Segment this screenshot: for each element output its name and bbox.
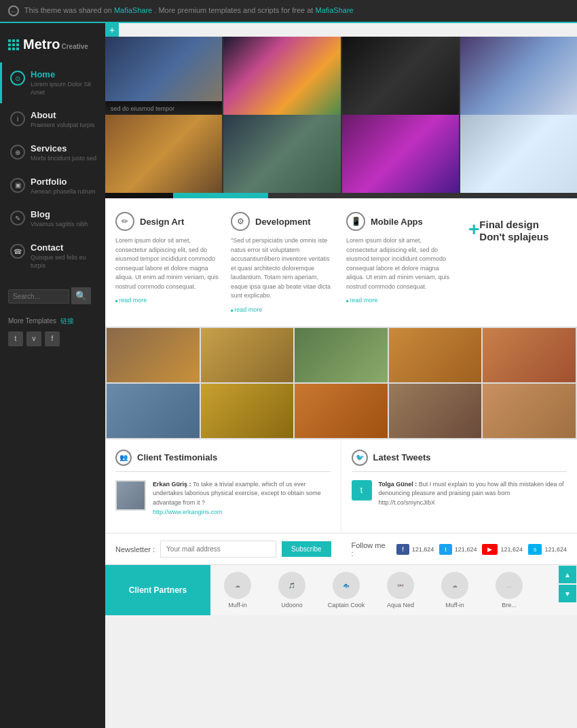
portfolio-item-5[interactable] — [483, 328, 576, 382]
search-button[interactable]: 🔍 — [71, 287, 91, 304]
portfolio-item-9[interactable] — [389, 384, 482, 438]
tweet-text-1: Tolga Günel : But I must explain to you … — [379, 480, 567, 508]
top-bar-link1[interactable]: MafiaShare — [114, 6, 152, 14]
search-input[interactable] — [8, 289, 69, 304]
vimeo-sidebar-icon[interactable]: v — [26, 331, 41, 346]
portfolio-item-7[interactable] — [201, 384, 294, 438]
facebook-icon[interactable]: f — [396, 544, 409, 555]
nav-title-about: About — [31, 110, 95, 120]
pb-teal — [173, 193, 268, 198]
partners-prev-button[interactable]: ▲ — [559, 566, 576, 583]
tweet-bird-icon: t — [352, 480, 372, 500]
youtube-icon[interactable]: ▶ — [482, 544, 498, 555]
service-icon-row-mob: 📱 Mobile Apps — [346, 212, 451, 231]
nav-sub-home: Lorem ipsum Dolor Sit Amet — [31, 81, 97, 96]
testi-link-1[interactable]: http://www.erkangiris.com — [153, 509, 223, 515]
sidebar-item-blog[interactable]: ✎ Blog Vivamus sagittis nibh — [0, 202, 105, 236]
testimonials-title: Client Testimonials — [137, 452, 217, 462]
partner-circle-3: 🐟 — [333, 572, 360, 599]
tweets-title-row: 🐦 Latest Tweets — [352, 450, 567, 472]
pb-dark — [268, 193, 577, 198]
nav-sub-services: Morbi tincidunt justo sed — [31, 155, 96, 163]
twitter-sidebar-icon[interactable]: t — [8, 331, 23, 346]
gallery-item-2[interactable] — [223, 37, 340, 115]
read-more-mob[interactable]: read more — [346, 297, 377, 304]
nav-sub-about: Praesent volutpat turpis — [31, 122, 95, 130]
tweets-title: Latest Tweets — [373, 452, 431, 462]
portfolio-item-10[interactable] — [483, 384, 576, 438]
partner-logo-1: ☁Muff-in — [210, 565, 265, 615]
sidebar-item-home[interactable]: ⊙ Home Lorem ipsum Dolor Sit Amet — [0, 62, 105, 103]
skype-icon[interactable]: s — [528, 544, 542, 555]
newsletter-input[interactable] — [160, 541, 276, 558]
testi-text-1: Erkan Güriş : To take a trivial example,… — [153, 480, 331, 508]
sidebar-social-icons: t v f — [0, 331, 105, 346]
about-icon: i — [10, 111, 25, 126]
sidebar-item-portfolio[interactable]: ▣ Portfolio Aenean phasella rutrum — [0, 170, 105, 203]
top-bar-text2: . More premium templates and scripts for… — [154, 6, 315, 14]
nav-title-contact: Contact — [31, 242, 97, 253]
partner-circle-6: … — [496, 572, 523, 599]
gallery-item-1[interactable]: sed do eiusmod tempor — [105, 37, 222, 115]
portfolio-item-1[interactable] — [107, 328, 200, 382]
youtube-count: 121,624 — [500, 546, 523, 553]
gallery-top: sed do eiusmod tempor — [105, 37, 577, 115]
main-content: + sed do eiusmod tempor — [105, 23, 577, 728]
partner-logo-4: 👓Aqua Ned — [373, 565, 428, 615]
youtube-follow: ▶ 121,624 — [482, 544, 523, 555]
newsletter-subscribe-button[interactable]: Subscribe — [282, 541, 331, 557]
newsletter-bar: Newsletter : Subscribe — [105, 533, 341, 564]
sidebar-item-contact[interactable]: ☎ Contact Quisque sed felis eu turpis — [0, 236, 105, 276]
partner-logo-2: 🎵Udoono — [265, 565, 319, 615]
nav-title-blog: Blog — [31, 209, 88, 219]
nav-sub-contact: Quisque sed felis eu turpis — [31, 254, 97, 270]
portfolio-item-3[interactable] — [295, 328, 388, 382]
tweet-item-1: t Tolga Günel : But I must explain to yo… — [352, 480, 567, 508]
tweet-name-1: Tolga Günel : — [379, 481, 417, 488]
twitter-icon[interactable]: t — [439, 544, 452, 555]
portfolio-item-8[interactable] — [295, 384, 388, 438]
twitter-follow: t 121,624 — [439, 544, 477, 555]
sidebar-item-services[interactable]: ⊕ Services Morbi tincidunt justo sed — [0, 136, 105, 170]
contact-icon: ☎ — [10, 244, 25, 259]
add-button[interactable]: + — [105, 23, 119, 37]
gallery-item-5[interactable] — [105, 115, 222, 193]
nav-title-home: Home — [31, 69, 97, 79]
tweets-icon: 🐦 — [352, 450, 368, 466]
testi-name-1: Erkan Güriş : — [153, 481, 191, 488]
progress-bar — [105, 193, 577, 198]
service-text-design: Lorem ipsum dolor sit amet, consectetur … — [115, 236, 221, 291]
gallery-item-6[interactable] — [223, 115, 340, 193]
mobile-icon: 📱 — [346, 212, 365, 231]
search-bar: 🔍 — [0, 280, 105, 311]
portfolio-item-2[interactable] — [201, 328, 294, 382]
more-templates-link1[interactable]: 链接 — [60, 316, 74, 326]
service-mobile: 📱 Mobile Apps Lorem ipsum dolor sit amet… — [346, 212, 451, 313]
gallery-item-7[interactable] — [342, 115, 459, 193]
read-more-dev[interactable]: read more — [231, 306, 262, 313]
read-more-design[interactable]: read more — [115, 297, 147, 304]
final-design-block: + Final design Don't splajeus — [462, 212, 567, 313]
facebook-follow: f 121,624 — [396, 544, 434, 555]
partner-circle-2: 🎵 — [278, 572, 305, 599]
bottom-sections: 👥 Client Testimonials Erkan Güriş : To t… — [105, 439, 577, 533]
portfolio-item-6[interactable] — [107, 384, 200, 438]
gallery-item-3[interactable] — [342, 37, 459, 115]
top-bar: ← This theme was shared on MafiaShare . … — [0, 0, 577, 23]
partner-logo-6: …Bre... — [482, 565, 536, 615]
nav-title-portfolio: Portfolio — [31, 177, 96, 187]
gallery-item-4[interactable] — [460, 37, 577, 115]
facebook-sidebar-icon[interactable]: f — [45, 331, 60, 346]
top-bar-link2[interactable]: MafiaShare — [315, 6, 353, 14]
partner-circle-4: 👓 — [387, 572, 414, 599]
partners-next-button[interactable]: ▼ — [559, 585, 576, 602]
client-partners-section: Client Partners ☁Muff-in 🎵Udoono 🐟Captai… — [105, 564, 577, 615]
testimonials-title-row: 👥 Client Testimonials — [115, 450, 331, 472]
sidebar-item-about[interactable]: i About Praesent volutpat turpis — [0, 103, 105, 136]
portfolio-item-4[interactable] — [389, 328, 482, 382]
gallery-item-8[interactable] — [460, 115, 577, 193]
testi-avatar-1 — [115, 480, 146, 511]
more-templates-bar: More Templates 链接 — [0, 311, 105, 331]
sidebar-logo: Metro Creative — [0, 30, 105, 62]
nav-sub-portfolio: Aenean phasella rutrum — [31, 188, 96, 196]
